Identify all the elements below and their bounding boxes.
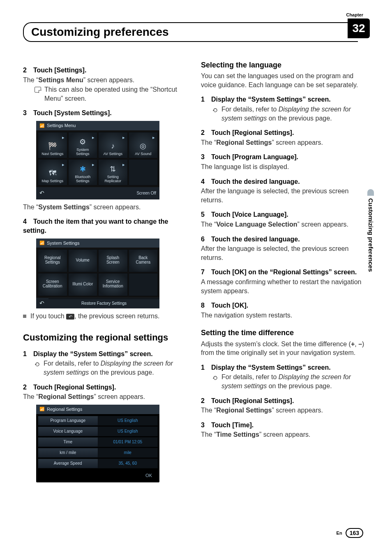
table-row[interactable]: Time 01/01 PM 12:05 [38, 437, 158, 447]
bluetooth-settings-button[interactable]: ▸✱Bluetooth Settings [68, 159, 98, 185]
volume-button[interactable]: Volume [68, 249, 98, 272]
label: Service Information [103, 279, 123, 288]
page-title: Customizing preferences [31, 25, 169, 39]
av-settings-button[interactable]: ▸♪AV Settings [98, 132, 128, 158]
lang-step-4-head: 4 Touch the desired language. [201, 177, 369, 186]
setting-replicator-button[interactable]: ▸⇅Setting Replicator [98, 159, 128, 185]
label: System Settings [76, 148, 90, 156]
service-information-button[interactable]: Service Information [98, 273, 128, 296]
txt: For details, refer to [44, 360, 101, 367]
label: Splash Screen [106, 255, 120, 264]
bold: + [351, 341, 355, 348]
txt: For details, refer to [221, 373, 279, 380]
screen-calibration-button[interactable]: Screen Calibration [38, 273, 67, 296]
txt: on the previous page. [267, 115, 332, 122]
map-settings-button[interactable]: ▸🗺Map Settings [38, 159, 67, 185]
lang-step-3-line: The language list is displayed. [201, 162, 369, 171]
table-row[interactable]: Average Speed 35, 45, 60 [38, 459, 158, 468]
note-text: This can also be operated using the “Sho… [44, 85, 191, 103]
label: AV Settings [104, 152, 122, 156]
system-settings-button[interactable]: ▸⚙System Settings [68, 132, 98, 158]
txt: Adjusts the system’s clock. Set the time… [201, 341, 351, 348]
table-row[interactable]: Program Language US English [38, 416, 158, 426]
note-icon [35, 87, 41, 93]
content-columns: 2 Touch [Settings]. The “Settings Menu” … [23, 60, 369, 486]
ok-bar: OK [36, 468, 159, 483]
ok-button[interactable]: OK [141, 472, 156, 480]
step-4-head: 4 Touch the item that you want to change… [23, 217, 191, 235]
lang-step-8-line: The navigation system restarts. [201, 311, 369, 320]
shot-title: System Settings [47, 240, 79, 246]
reference-arrow-icon [35, 361, 40, 366]
bold: Voice Language Selection [216, 221, 297, 228]
shot-header: 📶 System Settings [36, 239, 159, 248]
row-label: km / mile [38, 448, 98, 458]
regional-heading: Customizing the regional settings [23, 331, 191, 344]
back-camera-button[interactable]: Back Camera [129, 249, 158, 272]
lang-step-1-ref: For details, refer to Displaying the scr… [201, 105, 369, 123]
txt: ” screen appears. [83, 76, 135, 83]
regional-settings-button[interactable]: Regional Settings [38, 249, 67, 272]
step-3-head: 3 Touch [System Settings]. [23, 109, 191, 118]
illumi-color-button[interactable]: Illumi Color [68, 273, 98, 296]
shot-header: 📶 Settings Menu [36, 121, 159, 130]
time-step-1-head: 1 Display the “System Settings” screen. [201, 363, 369, 372]
reg-step-2-line: The “Regional Settings” screen appears. [23, 392, 191, 401]
footer-page-number: 163 [346, 528, 363, 538]
txt: The “ [23, 76, 38, 83]
time-step-3-line: The “Time Settings” screen appears. [201, 430, 369, 439]
row-value: mile [98, 448, 158, 458]
label: Screen Calibration [43, 279, 62, 288]
reg-step-1-head: 1 Display the “System Settings” screen. [23, 350, 191, 359]
txt: ” screen appears. [90, 204, 141, 211]
side-tab: Customizing preferences [367, 189, 374, 313]
table-row[interactable]: Voice Language US English [38, 426, 158, 436]
restore-factory-button[interactable]: Restore Factory Settings [48, 299, 159, 308]
txt: on the previous page. [267, 382, 332, 389]
side-tab-cap [367, 189, 374, 196]
txt: The “ [201, 139, 216, 146]
antenna-icon: 📶 [39, 123, 44, 129]
back-icon[interactable]: ↶ [39, 189, 44, 197]
table-row[interactable]: km / mile mile [38, 448, 158, 458]
lang-step-8-head: 8 Touch [OK]. [201, 301, 369, 310]
row-value: US English [98, 416, 158, 426]
back-icon[interactable]: ↶ [39, 299, 44, 307]
time-step-2-head: 2 Touch [Regional Settings]. [201, 396, 369, 405]
lang-step-5-head: 5 Touch [Voice Language]. [201, 210, 369, 219]
label: Map Settings [42, 179, 63, 183]
row-label: Average Speed [38, 459, 98, 468]
label: Back Camera [136, 255, 150, 264]
reg-step-1-ref: For details, refer to Displaying the scr… [23, 359, 191, 377]
shot-footer: ↶ Screen Off [36, 187, 159, 199]
bold: – [358, 341, 362, 348]
time-step-1-ref: For details, refer to Displaying the scr… [201, 373, 369, 390]
lang-step-6-head: 6 Touch the desired language. [201, 235, 369, 244]
ref-text: For details, refer to Displaying the scr… [221, 105, 369, 123]
flag-icon: 🏁 [48, 142, 57, 151]
av-sound-button[interactable]: ▸◎AV Sound [129, 132, 158, 158]
square-bullet-icon [23, 315, 26, 318]
system-settings-grid: Regional Settings Volume Splash Screen B… [36, 248, 159, 298]
txt: ” screen appears. [272, 407, 323, 414]
bluetooth-icon: ✱ [80, 165, 86, 174]
right-column: Selecting the language You can set the l… [201, 60, 369, 486]
page-title-bar: Customizing preferences [23, 22, 358, 42]
shot-header: 📶 Regional Settings [36, 405, 159, 414]
chapter-number-tab: 32 [348, 19, 370, 38]
txt: ” screen appears. [259, 431, 311, 438]
txt: , the previous screen returns. [74, 313, 159, 320]
lang-step-3-head: 3 Touch [Program Language]. [201, 153, 369, 162]
step-2-line: The “Settings Menu” screen appears. [23, 76, 191, 85]
selecting-language-heading: Selecting the language [201, 60, 369, 70]
reference-arrow-icon [212, 107, 218, 112]
ref-text: For details, refer to Displaying the scr… [221, 373, 369, 390]
navi-settings-button[interactable]: ▸🏁Navi Settings [38, 132, 67, 158]
lang-step-6-line: After the language is selected, the prev… [201, 244, 369, 262]
row-value: US English [98, 426, 158, 436]
splash-screen-button[interactable]: Splash Screen [98, 249, 128, 272]
row-label: Voice Language [38, 426, 98, 436]
txt: The “ [23, 393, 38, 400]
side-tab-label: Customizing preferences [367, 196, 374, 272]
screen-off-button[interactable]: Screen Off [136, 190, 156, 196]
